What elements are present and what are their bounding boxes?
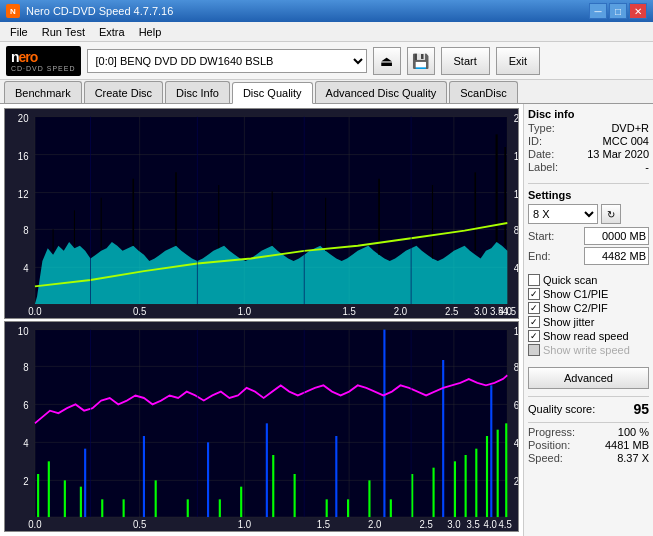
right-panel: Disc info Type: DVD+R ID: MCC 004 Date: … bbox=[523, 104, 653, 536]
svg-text:12: 12 bbox=[18, 187, 29, 200]
tab-scan-disc[interactable]: ScanDisc bbox=[449, 81, 517, 103]
minimize-button[interactable]: ─ bbox=[589, 3, 607, 19]
quick-scan-row: Quick scan bbox=[528, 274, 649, 286]
svg-text:8: 8 bbox=[23, 224, 28, 237]
show-jitter-checkbox[interactable] bbox=[528, 316, 540, 328]
svg-text:2: 2 bbox=[514, 475, 518, 488]
tab-benchmark[interactable]: Benchmark bbox=[4, 81, 82, 103]
speed-row: 8 X ↻ bbox=[528, 204, 649, 224]
svg-text:0.0: 0.0 bbox=[28, 518, 41, 531]
top-chart-svg: 20 16 12 8 4 20 16 12 8 4 0.0 0.5 1.0 1.… bbox=[5, 109, 518, 318]
speed-select[interactable]: 8 X bbox=[528, 204, 598, 224]
svg-rect-104 bbox=[465, 455, 467, 517]
tab-disc-quality[interactable]: Disc Quality bbox=[232, 82, 313, 104]
title-text: Nero CD-DVD Speed 4.7.7.16 bbox=[26, 5, 173, 17]
quality-score-value: 95 bbox=[633, 401, 649, 417]
show-c2pif-row: Show C2/PIF bbox=[528, 302, 649, 314]
svg-rect-103 bbox=[454, 461, 456, 517]
start-button[interactable]: Start bbox=[441, 47, 490, 75]
svg-rect-94 bbox=[240, 487, 242, 517]
app-icon: N bbox=[6, 4, 20, 18]
tab-disc-info[interactable]: Disc Info bbox=[165, 81, 230, 103]
quality-score-label: Quality score: bbox=[528, 403, 595, 415]
title-bar-buttons: ─ □ ✕ bbox=[589, 3, 647, 19]
tab-create-disc[interactable]: Create Disc bbox=[84, 81, 163, 103]
progress-value: 100 % bbox=[618, 426, 649, 438]
menu-help[interactable]: Help bbox=[133, 24, 168, 40]
show-read-speed-label: Show read speed bbox=[543, 330, 629, 342]
speed-row-prog: Speed: 8.37 X bbox=[528, 452, 649, 464]
drive-select[interactable]: [0:0] BENQ DVD DD DW1640 BSLB bbox=[87, 49, 367, 73]
menu-bar: File Run Test Extra Help bbox=[0, 22, 653, 42]
date-label: Date: bbox=[528, 148, 554, 160]
settings-section: Settings 8 X ↻ Start: End: bbox=[528, 189, 649, 267]
svg-text:10: 10 bbox=[18, 324, 29, 337]
end-input[interactable] bbox=[584, 247, 649, 265]
svg-text:1.5: 1.5 bbox=[317, 518, 330, 531]
svg-text:4: 4 bbox=[514, 437, 518, 450]
svg-text:6: 6 bbox=[23, 399, 28, 412]
disc-label-value: - bbox=[645, 161, 649, 173]
svg-text:6: 6 bbox=[514, 399, 518, 412]
divider1 bbox=[528, 183, 649, 184]
disc-info-section: Disc info Type: DVD+R ID: MCC 004 Date: … bbox=[528, 108, 649, 174]
svg-rect-98 bbox=[347, 499, 349, 517]
menu-file[interactable]: File bbox=[4, 24, 34, 40]
refresh-button[interactable]: ↻ bbox=[601, 204, 621, 224]
svg-text:1.0: 1.0 bbox=[238, 518, 251, 531]
show-read-speed-row: Show read speed bbox=[528, 330, 649, 342]
svg-rect-87 bbox=[64, 480, 66, 517]
show-read-speed-checkbox[interactable] bbox=[528, 330, 540, 342]
progress-row: Progress: 100 % bbox=[528, 426, 649, 438]
speed-label-prog: Speed: bbox=[528, 452, 563, 464]
svg-rect-108 bbox=[505, 423, 507, 517]
svg-rect-86 bbox=[48, 461, 50, 517]
svg-text:3.0: 3.0 bbox=[447, 518, 460, 531]
end-row: End: bbox=[528, 247, 649, 265]
disc-label-label: Label: bbox=[528, 161, 558, 173]
svg-text:20: 20 bbox=[514, 111, 518, 124]
svg-text:4.0: 4.0 bbox=[484, 518, 497, 531]
show-jitter-label: Show jitter bbox=[543, 316, 594, 328]
main-content: 20 16 12 8 4 20 16 12 8 4 0.0 0.5 1.0 1.… bbox=[0, 104, 653, 536]
show-c2pif-checkbox[interactable] bbox=[528, 302, 540, 314]
close-button[interactable]: ✕ bbox=[629, 3, 647, 19]
eject-button[interactable]: ⏏ bbox=[373, 47, 401, 75]
nero-subtitle: CD·DVD SPEED bbox=[11, 65, 76, 72]
bottom-chart-svg: 10 8 6 4 2 10 8 6 4 2 0.0 0.5 1.0 1.5 2.… bbox=[5, 322, 518, 531]
svg-text:8: 8 bbox=[514, 361, 518, 374]
svg-text:4: 4 bbox=[23, 262, 28, 275]
svg-rect-91 bbox=[155, 480, 157, 517]
svg-text:4.5: 4.5 bbox=[503, 305, 516, 318]
svg-rect-105 bbox=[475, 449, 477, 517]
svg-text:4: 4 bbox=[23, 437, 28, 450]
settings-title: Settings bbox=[528, 189, 649, 201]
end-label: End: bbox=[528, 250, 551, 262]
quick-scan-checkbox[interactable] bbox=[528, 274, 540, 286]
svg-rect-93 bbox=[219, 499, 221, 517]
show-c2pif-label: Show C2/PIF bbox=[543, 302, 608, 314]
tab-advanced-disc-quality[interactable]: Advanced Disc Quality bbox=[315, 81, 448, 103]
svg-text:8: 8 bbox=[514, 224, 518, 237]
svg-text:2.0: 2.0 bbox=[394, 305, 407, 318]
svg-text:3.0: 3.0 bbox=[474, 305, 487, 318]
svg-rect-107 bbox=[497, 430, 499, 517]
svg-text:0.5: 0.5 bbox=[133, 305, 146, 318]
progress-label: Progress: bbox=[528, 426, 575, 438]
save-button[interactable]: 💾 bbox=[407, 47, 435, 75]
show-c1pie-checkbox[interactable] bbox=[528, 288, 540, 300]
menu-extra[interactable]: Extra bbox=[93, 24, 131, 40]
menu-run-test[interactable]: Run Test bbox=[36, 24, 91, 40]
id-value: MCC 004 bbox=[603, 135, 649, 147]
svg-text:16: 16 bbox=[514, 149, 518, 162]
svg-rect-92 bbox=[187, 499, 189, 517]
svg-text:1.5: 1.5 bbox=[342, 305, 355, 318]
quick-scan-label: Quick scan bbox=[543, 274, 597, 286]
start-input[interactable] bbox=[584, 227, 649, 245]
svg-rect-95 bbox=[272, 455, 274, 517]
exit-button[interactable]: Exit bbox=[496, 47, 540, 75]
advanced-button[interactable]: Advanced bbox=[528, 367, 649, 389]
toolbar: nero CD·DVD SPEED [0:0] BENQ DVD DD DW16… bbox=[0, 42, 653, 80]
quality-score-row: Quality score: 95 bbox=[528, 396, 649, 417]
maximize-button[interactable]: □ bbox=[609, 3, 627, 19]
